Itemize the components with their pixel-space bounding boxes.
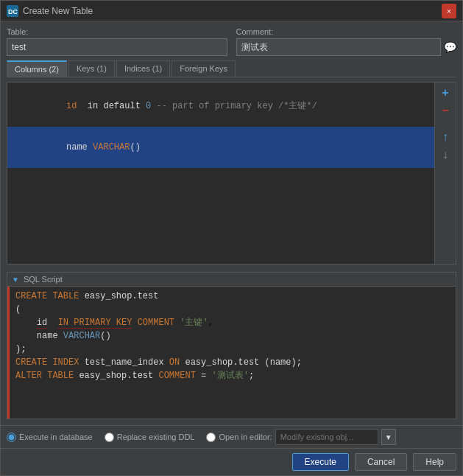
editor-line-selected[interactable]: name VARCHAR() [7,127,434,168]
content-area: Table: Comment: 💬 Columns (2) Keys (1) I… [1,21,462,425]
tab-columns[interactable]: Columns (2) [7,60,67,77]
comment-field-group: Comment: 💬 [236,27,457,56]
table-field-group: Table: [7,27,227,56]
title-bar: DC Create New Table × [1,1,462,21]
sql-line: id IN PRIMARY KEY COMMENT '主键', [15,316,450,329]
open-editor-input[interactable] [275,429,378,445]
tab-keys[interactable]: Keys (1) [68,60,115,77]
remove-row-button[interactable]: − [438,103,453,118]
footer-buttons: Execute Cancel Help [1,448,462,475]
comment-icon[interactable]: 💬 [444,41,456,53]
tab-foreign-keys[interactable]: Foreign Keys [172,60,236,77]
form-row: Table: Comment: 💬 [7,27,456,56]
dialog-title: Create New Table [23,6,437,16]
close-button[interactable]: × [442,4,456,18]
sql-line: CREATE TABLE easy_shop.test [15,290,450,303]
editor-area: id in default 0 -- part of primary key /… [7,82,456,265]
table-input[interactable] [7,38,227,56]
svg-text:DC: DC [8,8,18,15]
open-editor-dropdown[interactable]: ▼ [381,429,396,445]
sql-body: CREATE TABLE easy_shop.test ( id IN PRIM… [7,287,456,419]
comment-input-row: 💬 [236,38,457,56]
editor-line[interactable]: id in default 0 -- part of primary key /… [7,85,434,127]
execute-in-db-label: Execute in database [19,433,93,441]
replace-ddl-radio-group: Replace existing DDL [105,433,195,442]
sql-line: ALTER TABLE easy_shop.test COMMENT = '测试… [15,369,450,382]
open-editor-label: Open in editor: [219,433,272,441]
sql-line: ( [15,303,450,316]
footer-options: Execute in database Replace existing DDL… [1,425,462,448]
sql-line: CREATE INDEX test_name_index ON easy_sho… [15,356,450,369]
tabs-row: Columns (2) Keys (1) Indices (1) Foreign… [7,60,456,77]
comment-label: Comment: [236,27,457,36]
collapse-icon: ▼ [12,276,19,284]
sql-line: name VARCHAR() [15,329,450,343]
cancel-button[interactable]: Cancel [355,453,407,471]
replace-ddl-radio[interactable] [105,433,114,442]
execute-button[interactable]: Execute [292,453,349,471]
add-row-button[interactable]: + [438,85,453,100]
editor-toolbar: + − ↑ ↓ [434,83,456,264]
replace-ddl-label: Replace existing DDL [117,433,195,441]
move-down-button[interactable]: ↓ [438,147,453,162]
sql-title: SQL Script [24,275,63,284]
open-editor-radio[interactable] [206,433,216,442]
sql-line: ); [15,343,450,356]
sql-header[interactable]: ▼ SQL Script [7,273,456,287]
table-label: Table: [7,27,227,36]
execute-in-db-radio-group: Execute in database [7,433,93,442]
move-up-button[interactable]: ↑ [438,130,453,144]
open-editor-radio-group: Open in editor: ▼ [206,429,395,445]
create-table-dialog: DC Create New Table × Table: Comment: 💬 [0,0,463,476]
execute-in-db-radio[interactable] [7,433,16,442]
app-icon: DC [7,5,18,17]
sql-section: ▼ SQL Script CREATE TABLE easy_shop.test… [7,272,456,419]
editor-lines[interactable]: id in default 0 -- part of primary key /… [7,83,434,264]
help-button[interactable]: Help [413,453,456,471]
comment-input[interactable] [236,38,442,56]
tab-indices[interactable]: Indices (1) [116,60,170,77]
